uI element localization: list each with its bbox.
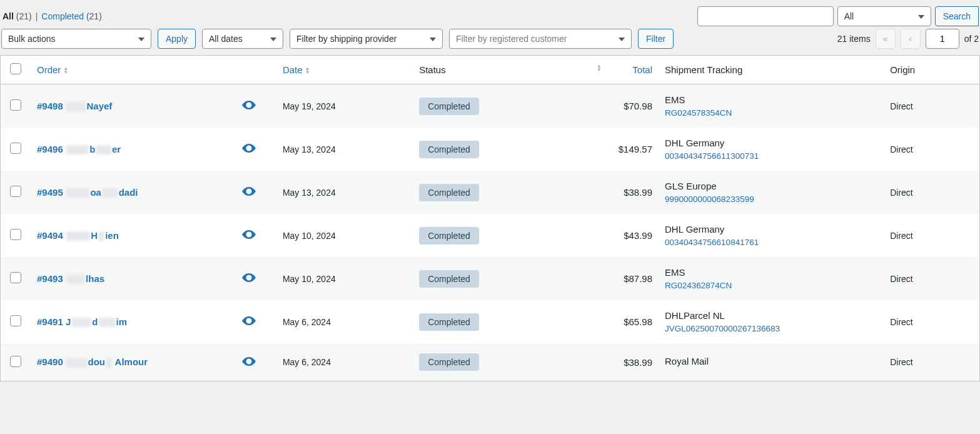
dates-label: All dates — [209, 34, 243, 44]
customer-filter-placeholder: Filter by registered customer — [456, 34, 567, 44]
tab-completed-label: Completed — [41, 11, 84, 21]
status-badge: Completed — [419, 353, 479, 371]
tracking-link[interactable]: RG024362874CN — [665, 281, 732, 290]
table-row: #9495 oadadiMay 13, 2024Completed$38.99G… — [1, 171, 979, 214]
preview-button[interactable] — [241, 99, 256, 112]
pagination: 21 items « ‹ of 2 — [837, 29, 979, 49]
shipping-provider-select[interactable]: Filter by shipping provider — [290, 29, 443, 49]
search-input[interactable] — [697, 6, 834, 26]
pagination-first-button[interactable]: « — [876, 29, 896, 49]
search-area: All Search — [697, 6, 979, 26]
search-category-label: All — [844, 11, 854, 21]
preview-eye-icon — [241, 357, 256, 366]
order-date: May 6, 2024 — [276, 300, 413, 343]
shipping-provider-label: Filter by shipping provider — [296, 34, 397, 44]
order-link[interactable]: #9491 Jdim — [37, 316, 127, 327]
sort-icon — [305, 67, 310, 74]
tab-all-label: All — [3, 11, 14, 21]
table-row: #9491 JdimMay 6, 2024Completed$65.98DHLP… — [1, 300, 979, 343]
search-button[interactable]: Search — [935, 6, 979, 26]
shipping-provider: DHL Germany — [665, 224, 877, 235]
status-tabs: All (21) | Completed (21) — [3, 11, 692, 21]
shipping-provider: EMS — [665, 94, 877, 105]
order-total: $70.98 — [590, 84, 659, 128]
row-checkbox[interactable] — [10, 272, 21, 283]
tracking-link[interactable]: RG024578354CN — [665, 108, 732, 118]
preview-button[interactable] — [241, 229, 256, 241]
search-category-select[interactable]: All — [837, 6, 931, 26]
tab-sep: | — [36, 11, 38, 21]
order-origin: Direct — [884, 300, 979, 343]
order-date: May 6, 2024 — [276, 343, 413, 381]
tracking-link[interactable]: JVGL06250070000267136683 — [665, 324, 780, 333]
preview-eye-icon — [241, 316, 256, 325]
order-date: May 13, 2024 — [276, 171, 413, 214]
preview-eye-icon — [241, 230, 256, 239]
order-origin: Direct — [884, 257, 979, 300]
status-badge: Completed — [419, 141, 479, 158]
preview-button[interactable] — [241, 315, 256, 328]
customer-filter-select[interactable]: Filter by registered customer — [449, 29, 632, 49]
preview-eye-icon — [241, 273, 256, 282]
tracking-link[interactable]: 9990000000068233599 — [665, 194, 754, 204]
shipping-provider: DHLParcel NL — [665, 310, 877, 321]
pagination-page-input[interactable] — [926, 29, 959, 49]
order-link[interactable]: #9495 oadadi — [37, 187, 138, 198]
table-row: #9490 dou AlmourMay 6, 2024Completed$38.… — [1, 343, 979, 381]
row-checkbox[interactable] — [10, 143, 21, 154]
order-link[interactable]: #9493 lhas — [37, 273, 104, 284]
order-total: $87.98 — [590, 257, 659, 300]
select-all-checkbox[interactable] — [10, 63, 21, 74]
order-link[interactable]: #9494 Hien — [37, 230, 119, 241]
row-checkbox[interactable] — [10, 99, 21, 111]
preview-eye-icon — [241, 101, 256, 109]
table-row: #9496 berMay 13, 2024Completed$149.57DHL… — [1, 128, 979, 171]
row-checkbox[interactable] — [10, 229, 21, 240]
preview-button[interactable] — [241, 186, 256, 198]
tracking-link[interactable]: 00340434756610841761 — [665, 238, 759, 247]
shipping-provider: GLS Europe — [665, 181, 877, 191]
bulk-actions-label: Bulk actions — [8, 34, 55, 44]
header-date[interactable]: Date — [283, 64, 303, 75]
order-link[interactable]: #9490 dou Almour — [37, 356, 148, 367]
sort-icon — [63, 67, 68, 74]
row-checkbox[interactable] — [10, 186, 21, 197]
preview-eye-icon — [241, 187, 256, 196]
order-date: May 10, 2024 — [276, 257, 413, 300]
order-origin: Direct — [884, 171, 979, 214]
status-badge: Completed — [419, 184, 479, 201]
order-link[interactable]: #9498 Nayef — [37, 101, 112, 111]
order-origin: Direct — [884, 214, 979, 257]
apply-button[interactable]: Apply — [158, 29, 196, 49]
pagination-of-text: of 2 — [964, 34, 979, 44]
pagination-prev-button[interactable]: ‹ — [901, 29, 921, 49]
row-checkbox[interactable] — [10, 315, 21, 326]
pagination-items-text: 21 items — [837, 34, 871, 44]
status-badge: Completed — [419, 98, 479, 115]
header-total[interactable]: Total — [632, 64, 652, 75]
status-badge: Completed — [419, 270, 479, 288]
preview-button[interactable] — [241, 143, 256, 155]
header-status: Status — [419, 64, 446, 75]
order-origin: Direct — [884, 128, 979, 171]
order-total: $38.99 — [590, 343, 659, 381]
order-link[interactable]: #9496 ber — [37, 144, 121, 154]
shipping-provider: EMS — [665, 267, 877, 278]
header-tracking: Shipment Tracking — [665, 64, 742, 75]
tab-all-count: (21) — [16, 11, 32, 21]
order-total: $43.99 — [590, 214, 659, 257]
dates-select[interactable]: All dates — [202, 29, 283, 49]
order-date: May 10, 2024 — [276, 214, 413, 257]
preview-button[interactable] — [241, 356, 256, 368]
table-row: #9494 HienMay 10, 2024Completed$43.99DHL… — [1, 214, 979, 257]
header-order[interactable]: Order — [37, 64, 61, 75]
bulk-actions-select[interactable]: Bulk actions — [1, 29, 151, 49]
filter-button[interactable]: Filter — [638, 29, 674, 49]
tab-all[interactable]: All — [3, 11, 14, 21]
order-total: $65.98 — [590, 300, 659, 343]
tracking-link[interactable]: 00340434756611300731 — [665, 151, 759, 161]
preview-button[interactable] — [241, 272, 256, 285]
tab-completed[interactable]: Completed (21) — [41, 11, 102, 21]
status-badge: Completed — [419, 227, 479, 245]
row-checkbox[interactable] — [10, 356, 21, 367]
